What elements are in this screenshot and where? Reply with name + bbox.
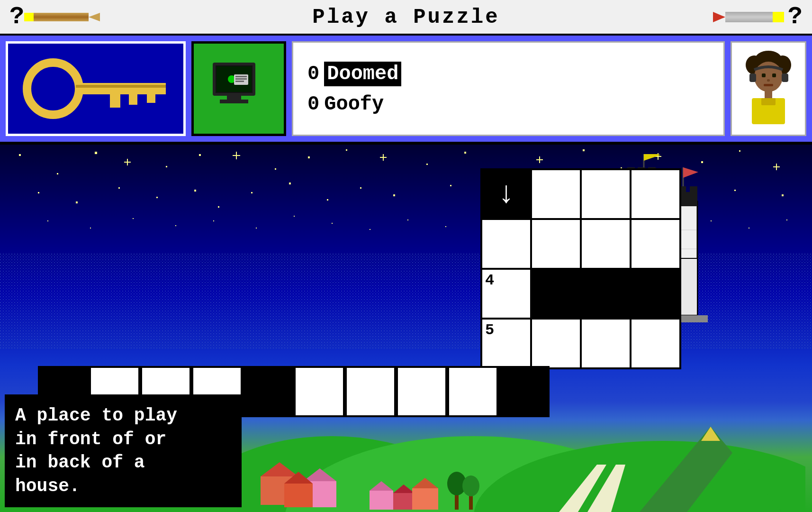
svg-rect-15	[227, 96, 241, 100]
key-panel[interactable]	[6, 41, 186, 136]
help-button-right[interactable]: ?	[788, 3, 803, 31]
clue-text: A place to play in front of or in back o…	[15, 404, 231, 498]
grid-cell-castle[interactable]	[531, 169, 581, 219]
grid-cell-3-2-black	[531, 269, 581, 319]
svg-rect-25	[764, 84, 773, 86]
player-name-1: Doomed	[324, 62, 401, 86]
svg-rect-87	[445, 226, 446, 227]
svg-rect-31	[19, 154, 21, 156]
clue-box: A place to play in front of or in back o…	[5, 394, 242, 507]
help-button-left[interactable]: ?	[9, 3, 24, 31]
pencil-right-icon	[712, 10, 788, 24]
svg-point-1	[40, 75, 66, 102]
svg-rect-77	[47, 220, 48, 221]
svg-rect-44	[380, 157, 387, 158]
svg-rect-22	[762, 73, 766, 77]
svg-rect-6	[76, 85, 166, 88]
grid-cell-4-1[interactable]: 5	[481, 319, 531, 368]
svg-rect-45	[426, 164, 428, 165]
svg-rect-28	[782, 73, 788, 82]
svg-rect-16	[220, 100, 248, 103]
game-area: ↓ 4 5	[0, 145, 812, 512]
grid-row-1: ↓	[481, 169, 680, 219]
svg-rect-23	[772, 73, 776, 77]
avatar-icon	[740, 51, 797, 127]
grid-row-4: 5	[481, 319, 680, 368]
svg-rect-80	[175, 225, 176, 226]
svg-rect-96	[786, 219, 787, 220]
svg-rect-14	[235, 81, 244, 82]
svg-rect-83	[294, 216, 295, 217]
svg-rect-2	[76, 83, 166, 94]
grid-cell-3-1[interactable]: 4	[481, 269, 531, 319]
grid-cell-1-3[interactable]	[581, 169, 631, 219]
grid-cell-2-1[interactable]	[481, 219, 531, 269]
svg-rect-5	[147, 94, 155, 103]
player-name-2: Goofy	[324, 93, 384, 116]
svg-rect-64	[251, 192, 253, 193]
computer-panel[interactable]	[191, 41, 286, 136]
grid-cell-2-2[interactable]	[531, 219, 581, 269]
svg-rect-59	[76, 201, 78, 203]
grid-table: ↓ 4 5	[480, 168, 681, 369]
grid-cell-2-4[interactable]	[631, 219, 680, 269]
svg-rect-78	[90, 228, 91, 229]
svg-rect-50	[583, 149, 585, 151]
grid-cell-4-2[interactable]	[531, 319, 581, 368]
grid-cell-1-4[interactable]	[631, 169, 680, 219]
svg-rect-154	[370, 491, 393, 510]
cell-number-5: 5	[485, 321, 494, 339]
score-value-1: 0	[307, 63, 319, 85]
svg-rect-69	[450, 185, 451, 186]
computer-icon	[208, 58, 270, 119]
svg-rect-79	[133, 218, 134, 219]
page-title: Play a Puzzle	[100, 5, 712, 29]
svg-rect-12	[235, 76, 247, 77]
svg-rect-37	[199, 154, 201, 156]
svg-rect-84	[332, 223, 333, 224]
grid-cell-3-4-black	[631, 269, 680, 319]
landscape-illustration	[237, 389, 805, 512]
svg-rect-158	[412, 488, 438, 510]
svg-rect-66	[327, 199, 328, 201]
svg-rect-55	[739, 150, 740, 152]
grid-cell-4-3[interactable]	[581, 319, 631, 368]
svg-rect-27	[749, 73, 756, 82]
svg-rect-32	[57, 173, 58, 174]
svg-rect-75	[734, 190, 736, 191]
svg-rect-35	[124, 162, 131, 163]
svg-rect-46	[464, 152, 466, 154]
svg-rect-40	[275, 168, 276, 170]
header-panel: 0 Doomed 0 Goofy	[0, 36, 812, 145]
svg-rect-33	[95, 152, 97, 154]
svg-rect-42	[346, 149, 347, 151]
crossword-grid[interactable]: ↓ 4 5	[480, 168, 708, 369]
grid-row-3: 4	[481, 269, 680, 319]
svg-rect-67	[360, 187, 361, 189]
svg-rect-152	[284, 484, 313, 507]
key-icon	[20, 55, 171, 122]
svg-rect-85	[370, 229, 370, 230]
svg-rect-41	[308, 156, 310, 158]
down-arrow-indicator: ↓	[482, 170, 530, 218]
grid-cell-arrow[interactable]: ↓	[481, 169, 531, 219]
svg-rect-65	[289, 183, 291, 184]
svg-rect-156	[393, 493, 415, 510]
svg-rect-4	[129, 94, 137, 105]
svg-rect-81	[213, 220, 214, 221]
top-bar: ? Play a Puzzle ?	[0, 0, 812, 36]
svg-rect-61	[156, 197, 158, 198]
svg-rect-76	[782, 194, 784, 196]
avatar-panel	[731, 41, 806, 136]
svg-rect-82	[256, 228, 257, 229]
score-value-2: 0	[307, 93, 319, 116]
cell-number-4: 4	[485, 272, 494, 289]
grid-cell-4-4[interactable]	[631, 319, 680, 368]
svg-rect-57	[773, 166, 780, 167]
svg-rect-63	[218, 206, 219, 208]
svg-rect-3	[110, 94, 120, 108]
grid-cell-3-3-black	[581, 269, 631, 319]
grid-cell-2-3[interactable]	[581, 219, 631, 269]
svg-rect-60	[118, 187, 120, 189]
svg-rect-62	[194, 190, 196, 192]
